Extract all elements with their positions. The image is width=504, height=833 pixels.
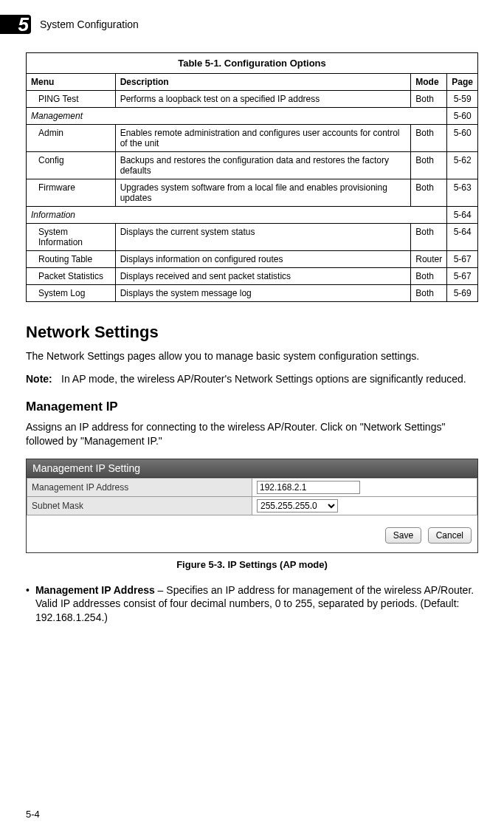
table-header-menu: Menu [27, 74, 116, 91]
cell-page: 5-63 [447, 179, 478, 207]
cell-page: 5-62 [447, 152, 478, 179]
table-row: System Information Displays the current … [27, 224, 478, 251]
cell-menu: System Information [27, 224, 116, 251]
cell-description: Enables remote administration and config… [115, 125, 411, 152]
cell-page: 5-69 [447, 285, 478, 302]
table-row: Routing Table Displays information on co… [27, 251, 478, 268]
subsection-intro: Assigns an IP address for connecting to … [26, 420, 478, 448]
table-row: Firmware Upgrades system software from a… [27, 179, 478, 207]
bullet-item: • Management IP Address – Specifies an I… [26, 583, 478, 625]
section-heading: Network Settings [26, 323, 478, 342]
table-row: Information 5-64 [27, 207, 478, 224]
table-row: Management 5-60 [27, 108, 478, 125]
table-row: Packet Statistics Displays received and … [27, 268, 478, 285]
cell-mode: Both [411, 152, 447, 179]
chapter-number-box: 5 [0, 15, 31, 34]
cell-mode: Both [411, 268, 447, 285]
bullet-text: Management IP Address – Specifies an IP … [35, 583, 478, 625]
page-header: 5 System Configuration [26, 15, 478, 34]
label-management-ip: Management IP Address [27, 478, 252, 496]
cell-menu-section: Management [27, 108, 447, 125]
cell-menu: Routing Table [27, 251, 116, 268]
subsection-heading: Management IP [26, 400, 478, 414]
note-block: Note: In AP mode, the wireless AP/Router… [26, 372, 478, 386]
cell-mode: Both [411, 91, 447, 108]
table-header-description: Description [115, 74, 411, 91]
table-row: PING Test Performs a loopback test on a … [27, 91, 478, 108]
cell-menu: Admin [27, 125, 116, 152]
form-row-ip: Management IP Address [27, 478, 477, 496]
cell-page: 5-64 [447, 207, 478, 224]
subnet-mask-select[interactable]: 255.255.255.0 [257, 499, 338, 513]
management-ip-input[interactable] [257, 481, 360, 494]
cell-description: Displays information on configured route… [115, 251, 411, 268]
cell-menu: Config [27, 152, 116, 179]
cell-description: Upgrades system software from a local fi… [115, 179, 411, 207]
label-subnet-mask: Subnet Mask [27, 496, 252, 515]
button-row: Save Cancel [27, 515, 477, 552]
save-button[interactable]: Save [385, 527, 421, 544]
cell-menu: PING Test [27, 91, 116, 108]
cell-description: Performs a loopback test on a specified … [115, 91, 411, 108]
cell-description: Displays the current system status [115, 224, 411, 251]
table-row: System Log Displays the system message l… [27, 285, 478, 302]
cell-mode: Both [411, 224, 447, 251]
cell-menu: System Log [27, 285, 116, 302]
cell-page: 5-60 [447, 108, 478, 125]
page-number: 5-4 [26, 809, 40, 820]
panel-form-table: Management IP Address Subnet Mask 255.25… [27, 478, 477, 515]
cell-description: Displays the system message log [115, 285, 411, 302]
figure-caption: Figure 5-3. IP Settings (AP mode) [26, 559, 478, 570]
input-cell: 255.255.255.0 [252, 496, 477, 515]
cell-menu-section: Information [27, 207, 447, 224]
note-text: In AP mode, the wireless AP/Router's Net… [61, 372, 466, 386]
table-header-page: Page [447, 74, 478, 91]
cell-menu: Firmware [27, 179, 116, 207]
table-header-mode: Mode [411, 74, 447, 91]
note-label: Note: [26, 372, 61, 386]
panel-title: Management IP Setting [27, 459, 477, 478]
table-caption: Table 5-1. Configuration Options [26, 52, 478, 73]
cell-page: 5-60 [447, 125, 478, 152]
cell-page: 5-67 [447, 251, 478, 268]
cancel-button[interactable]: Cancel [428, 527, 472, 544]
cell-mode: Router [411, 251, 447, 268]
header-title: System Configuration [40, 18, 139, 30]
cell-mode: Both [411, 179, 447, 207]
cell-page: 5-64 [447, 224, 478, 251]
bullet-term: Management IP Address [35, 584, 155, 596]
cell-mode: Both [411, 125, 447, 152]
cell-page: 5-59 [447, 91, 478, 108]
management-ip-panel: Management IP Setting Management IP Addr… [26, 459, 478, 553]
cell-page: 5-67 [447, 268, 478, 285]
table-row: Admin Enables remote administration and … [27, 125, 478, 152]
cell-description: Displays received and sent packet statis… [115, 268, 411, 285]
cell-description: Backups and restores the configuration d… [115, 152, 411, 179]
configuration-options-table: Table 5-1. Configuration Options Menu De… [26, 52, 478, 302]
input-cell [252, 478, 477, 496]
cell-menu: Packet Statistics [27, 268, 116, 285]
bullet-marker-icon: • [26, 583, 30, 625]
form-row-mask: Subnet Mask 255.255.255.0 [27, 496, 477, 515]
cell-mode: Both [411, 285, 447, 302]
table-row: Config Backups and restores the configur… [27, 152, 478, 179]
section-intro: The Network Settings pages allow you to … [26, 349, 478, 363]
